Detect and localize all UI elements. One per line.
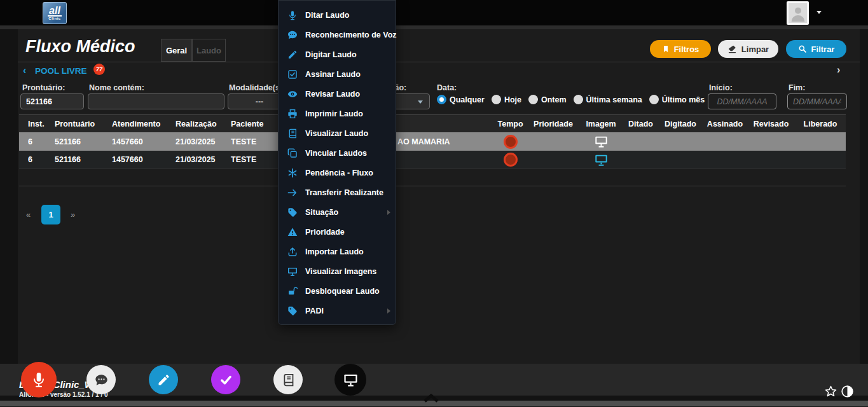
- nome-input[interactable]: [88, 93, 224, 109]
- contrast-icon[interactable]: [841, 385, 854, 398]
- date-radio-hoje[interactable]: Hoje: [492, 95, 521, 104]
- data-label: Data:: [437, 83, 457, 92]
- tab-laudo[interactable]: Laudo: [192, 39, 226, 62]
- pagination-next[interactable]: »: [71, 210, 75, 219]
- images-fab[interactable]: [334, 364, 366, 396]
- menu-item-digitar-laudo[interactable]: Digitar Laudo: [279, 45, 396, 64]
- radio-label: Qualquer: [450, 95, 485, 104]
- pagination-page-1[interactable]: 1: [41, 205, 60, 224]
- chevron-down-icon: [418, 100, 423, 104]
- search-icon: [798, 45, 807, 53]
- menu-item-vincular-laudos[interactable]: Vincular Laudos: [279, 143, 396, 163]
- menu-item-assinar-laudo[interactable]: Assinar Laudo: [279, 64, 396, 84]
- menu-item-label: Situação: [305, 208, 387, 217]
- inicio-input[interactable]: [708, 93, 776, 109]
- limpar-button[interactable]: Limpar: [718, 40, 778, 58]
- top-nav: [0, 0, 868, 25]
- pencil-icon: [157, 373, 170, 387]
- cell-atendimento: 1457660: [103, 155, 167, 164]
- date-radio-group: QualquerHojeOntemÚltima semanaÚltimo mês…: [437, 95, 747, 104]
- unlock-icon: [287, 286, 298, 296]
- nav-divider: [0, 25, 868, 29]
- date-radio--ltimo-m-s[interactable]: Último mês: [649, 95, 705, 104]
- col-header-atendimento: Atendimento: [103, 120, 167, 128]
- star-icon[interactable]: [824, 385, 837, 398]
- radio-dot-icon: [437, 95, 446, 104]
- desktop-icon[interactable]: [595, 153, 608, 167]
- modalidade-label: Modalidade(s):: [229, 83, 285, 92]
- desktop-icon: [287, 266, 298, 277]
- menu-item-ditar-laudo[interactable]: Ditar Laudo: [279, 5, 396, 25]
- check-icon: [219, 373, 233, 387]
- avatar-caret-icon[interactable]: [816, 11, 822, 14]
- date-radio-ontem[interactable]: Ontem: [528, 95, 567, 104]
- radio-label: Hoje: [504, 95, 521, 104]
- allclinic-logo[interactable]: all Clinic: [43, 2, 67, 24]
- date-radio-qualquer[interactable]: Qualquer: [437, 95, 485, 104]
- menu-item-padi[interactable]: PADI: [279, 301, 396, 321]
- report-fab[interactable]: [273, 365, 303, 394]
- collapse-chevron-up-icon[interactable]: [422, 392, 440, 403]
- type-fab[interactable]: [149, 365, 178, 394]
- cell-prontuario: 521166: [46, 155, 103, 164]
- menu-item-visualizar-imagens[interactable]: Visualizar Imagens: [279, 261, 396, 281]
- clone-icon: [287, 148, 298, 158]
- cell-imagem: [579, 135, 623, 148]
- book-icon: [287, 128, 298, 139]
- exams-table: Inst.ProntuárioAtendimentoRealizaçãoPaci…: [19, 114, 846, 186]
- desktop-icon[interactable]: [595, 135, 608, 148]
- fim-label: Fim:: [789, 83, 805, 92]
- cell-paciente: TESTE: [222, 137, 280, 146]
- col-header-ditado: Ditado: [623, 120, 658, 128]
- pool-livre-link[interactable]: POOL LIVRE: [35, 66, 87, 76]
- limpar-label: Limpar: [741, 45, 769, 54]
- menu-item-label: Transferir Realizante: [305, 188, 390, 197]
- menu-item-importar-laudo[interactable]: Importar Laudo: [279, 242, 396, 261]
- menu-item-prioridade[interactable]: Prioridade: [279, 222, 396, 242]
- col-header-digitado: Digitado: [658, 120, 703, 128]
- col-header-paciente: Paciente: [222, 120, 280, 128]
- cell-paciente: TESTE: [222, 155, 280, 164]
- chat-fab[interactable]: [86, 365, 116, 394]
- radio-label: Última semana: [586, 95, 642, 104]
- menu-item-label: Prioridade: [305, 228, 390, 237]
- menu-item-visualizar-laudo[interactable]: Visualizar Laudo: [279, 123, 396, 143]
- table-row-1[interactable]: 6521166145766021/03/2025TESTEAO MAMARIA: [19, 132, 846, 151]
- menu-item-revisar-laudo[interactable]: Revisar Laudo: [279, 84, 396, 104]
- menu-item-imprimir-laudo[interactable]: Imprimir Laudo: [279, 104, 396, 123]
- table-header-row: Inst.ProntuárioAtendimentoRealizaçãoPaci…: [19, 114, 846, 132]
- menu-item-situa-o[interactable]: Situação: [279, 202, 396, 222]
- user-avatar[interactable]: [787, 1, 809, 25]
- table-empty-space: [19, 169, 846, 186]
- nome-label: Nome contém:: [89, 83, 144, 92]
- tab-geral[interactable]: Geral: [161, 39, 192, 62]
- col-header-imagem: Imagem: [579, 120, 623, 128]
- menu-item-pend-ncia-fluxo[interactable]: Pendência - Fluxo: [279, 163, 396, 183]
- cell-imagem: [579, 153, 623, 167]
- menu-item-transferir-realizante[interactable]: Transferir Realizante: [279, 183, 396, 202]
- prontuario-input[interactable]: [20, 93, 84, 109]
- filtros-button[interactable]: Filtros: [650, 40, 711, 58]
- sign-fab[interactable]: [211, 365, 240, 394]
- table-row-2[interactable]: 6521166145766021/03/2025TESTE: [19, 151, 846, 169]
- menu-item-desbloquear-laudo[interactable]: Desbloquear Laudo: [279, 281, 396, 301]
- logo-text-top: all: [48, 6, 62, 17]
- laudo-context-menu: Ditar LaudoReconhecimento de VozDigitar …: [278, 0, 396, 325]
- menu-item-label: Importar Laudo: [305, 247, 390, 256]
- menu-item-label: Assinar Laudo: [305, 70, 390, 79]
- pool-forward-chevron-icon[interactable]: ›: [837, 64, 840, 76]
- menu-item-label: Ditar Laudo: [305, 11, 390, 20]
- dictate-fab[interactable]: [21, 362, 57, 397]
- cell-atendimento: 1457660: [103, 137, 167, 146]
- logo-text-bottom: Clinic: [48, 17, 60, 20]
- pagination-prev[interactable]: «: [26, 210, 31, 219]
- date-radio--ltima-semana[interactable]: Última semana: [574, 95, 642, 104]
- menu-item-label: Vincular Laudos: [305, 149, 390, 158]
- radio-dot-icon: [574, 95, 583, 104]
- filtrar-button[interactable]: Filtrar: [786, 40, 846, 58]
- menu-item-label: Visualizar Imagens: [305, 267, 390, 276]
- fim-input[interactable]: [787, 93, 847, 109]
- col-header-tempo: Tempo: [493, 120, 528, 128]
- pool-back-chevron-icon[interactable]: ‹: [23, 65, 26, 76]
- menu-item-reconhecimento-de-voz[interactable]: Reconhecimento de Voz: [279, 25, 396, 45]
